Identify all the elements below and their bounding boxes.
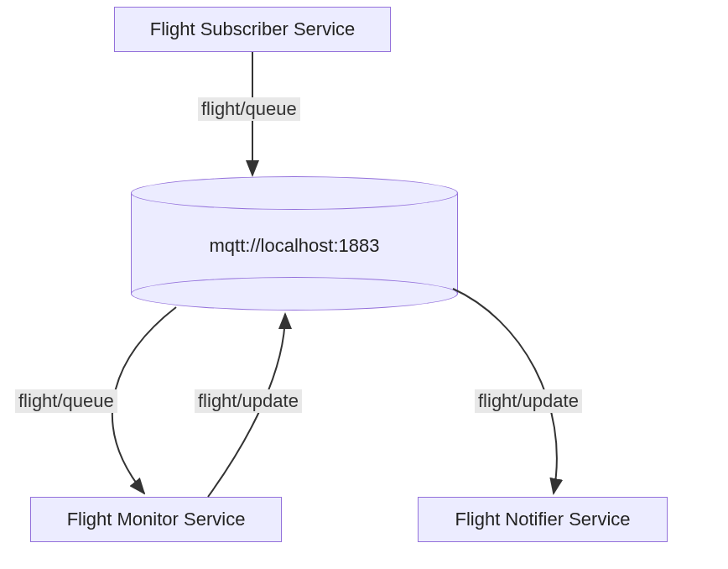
node-flight-monitor-service: Flight Monitor Service xyxy=(30,497,282,542)
node-label: Flight Subscriber Service xyxy=(150,18,356,40)
node-label: mqtt://localhost:1883 xyxy=(131,235,458,257)
edge-label-subscriber-to-broker: flight/queue xyxy=(198,97,300,121)
node-label: Flight Notifier Service xyxy=(455,509,630,530)
arrow-broker-to-monitor xyxy=(112,307,176,493)
node-label: Flight Monitor Service xyxy=(67,509,246,530)
node-flight-notifier-service: Flight Notifier Service xyxy=(418,497,668,542)
cylinder-bottom xyxy=(131,277,458,311)
node-flight-subscriber-service: Flight Subscriber Service xyxy=(114,7,391,52)
edge-label-broker-to-monitor: flight/queue xyxy=(15,389,117,413)
edge-label-monitor-to-broker: flight/update xyxy=(195,389,302,413)
edge-label-broker-to-notifier: flight/update xyxy=(475,389,582,413)
node-mqtt-broker: mqtt://localhost:1883 xyxy=(131,176,458,311)
cylinder-top xyxy=(131,176,458,210)
